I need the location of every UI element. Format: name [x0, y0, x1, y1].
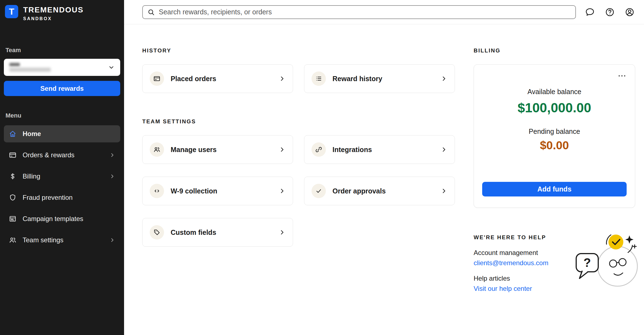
card-label: Manage users	[171, 146, 217, 154]
template-icon	[9, 215, 17, 223]
sidebar-item-billing[interactable]: Billing	[4, 168, 120, 185]
card-label: Placed orders	[171, 75, 216, 83]
menu-label: Menu	[6, 112, 119, 119]
check-icon	[312, 184, 326, 198]
chevron-right-icon	[278, 187, 286, 195]
placed-orders-card[interactable]: Placed orders	[142, 64, 293, 93]
team-label: Team	[6, 47, 119, 54]
link-icon	[312, 142, 326, 157]
search-input[interactable]	[159, 8, 571, 16]
home-icon	[9, 130, 17, 138]
add-funds-button[interactable]: Add funds	[482, 182, 627, 196]
available-balance-value: $100,000.00	[518, 100, 591, 115]
credit-card-icon	[9, 151, 17, 159]
sidebar-item-label: Team settings	[23, 236, 63, 244]
tremendous-logo[interactable]: T	[5, 5, 18, 18]
chevron-right-icon	[440, 75, 447, 82]
chevron-right-icon	[278, 146, 286, 153]
help-section: WE'RE HERE TO HELP Account management cl…	[474, 234, 635, 293]
chevron-down-icon	[108, 64, 115, 71]
card-label: Reward history	[332, 75, 382, 83]
chevron-right-icon	[109, 173, 115, 179]
card-label: W-9 collection	[171, 187, 217, 195]
code-icon	[150, 184, 164, 198]
sidebar-item-label: Billing	[23, 172, 40, 180]
sidebar-item-team-settings[interactable]: Team settings	[4, 232, 120, 249]
chevron-right-icon	[278, 229, 286, 236]
list-icon	[312, 71, 326, 86]
pending-balance-value: $0.00	[540, 139, 569, 152]
reward-history-card[interactable]: Reward history	[304, 64, 455, 93]
main-content: HISTORY Placed orders Reward history	[124, 24, 644, 335]
chat-icon[interactable]	[585, 7, 595, 17]
chevron-right-icon	[109, 237, 115, 243]
account-icon[interactable]	[625, 7, 635, 17]
brand-environment: SANDBOX	[23, 16, 84, 21]
sidebar-item-home[interactable]: Home	[4, 125, 120, 142]
team-settings-cards: Manage users Integrations W-9 collecti	[142, 135, 455, 247]
help-icon[interactable]	[605, 7, 615, 17]
pending-balance-label: Pending balance	[529, 127, 580, 135]
sidebar: T TREMENDOUS SANDBOX Team Send rewards M…	[0, 0, 124, 335]
ellipsis-icon[interactable]	[617, 71, 627, 81]
brand-name: TREMENDOUS	[23, 6, 84, 14]
available-balance-label: Available balance	[527, 88, 581, 96]
help-illustration: ?	[574, 228, 640, 290]
users-icon	[150, 142, 164, 157]
team-settings-title: TEAM SETTINGS	[142, 118, 455, 125]
order-approvals-card[interactable]: Order approvals	[304, 177, 455, 205]
users-icon	[9, 236, 17, 244]
sidebar-item-label: Fraud prevention	[23, 194, 73, 201]
dollar-icon	[9, 172, 17, 180]
chevron-right-icon	[440, 146, 447, 153]
topbar-icons	[585, 7, 635, 17]
card-label: Order approvals	[332, 187, 386, 195]
card-label: Integrations	[332, 146, 372, 154]
sidebar-item-campaign-templates[interactable]: Campaign templates	[4, 210, 120, 227]
search-bar[interactable]	[142, 5, 576, 19]
card-label: Custom fields	[171, 228, 216, 236]
chevron-right-icon	[109, 152, 115, 158]
history-title: HISTORY	[142, 47, 455, 54]
topbar	[124, 0, 644, 24]
billing-column: BILLING Available balance $100,000.00 Pe…	[474, 24, 635, 293]
sidebar-item-label: Home	[23, 130, 41, 138]
team-name-redacted	[9, 63, 51, 72]
balance-card: Available balance $100,000.00 Pending ba…	[474, 64, 635, 208]
manage-users-card[interactable]: Manage users	[142, 135, 293, 164]
send-rewards-button[interactable]: Send rewards	[4, 81, 120, 96]
integrations-card[interactable]: Integrations	[304, 135, 455, 164]
brand: T TREMENDOUS SANDBOX	[4, 0, 120, 21]
sidebar-item-fraud-prevention[interactable]: Fraud prevention	[4, 189, 120, 206]
sidebar-item-orders-rewards[interactable]: Orders & rewards	[4, 147, 120, 164]
billing-title: BILLING	[474, 47, 635, 54]
custom-fields-card[interactable]: Custom fields	[142, 218, 293, 247]
svg-text:?: ?	[584, 256, 591, 269]
sidebar-item-label: Orders & rewards	[23, 151, 74, 159]
main-left-column: HISTORY Placed orders Reward history	[142, 24, 455, 247]
shield-icon	[9, 194, 17, 201]
history-cards: Placed orders Reward history	[142, 64, 455, 93]
sidebar-item-label: Campaign templates	[23, 215, 83, 223]
chevron-right-icon	[278, 75, 286, 82]
chevron-right-icon	[440, 187, 447, 195]
credit-card-icon	[150, 71, 164, 86]
search-icon	[147, 8, 155, 16]
w9-collection-card[interactable]: W-9 collection	[142, 177, 293, 205]
sidebar-menu: Home Orders & rewards Billing Frau	[4, 125, 120, 249]
team-select[interactable]	[4, 59, 120, 76]
tag-icon	[150, 225, 164, 240]
